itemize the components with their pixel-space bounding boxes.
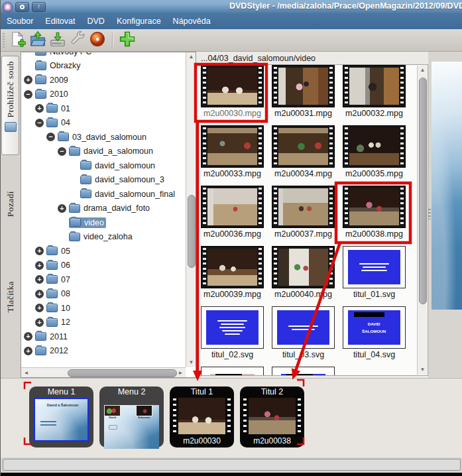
collapse-minus-icon[interactable]: − bbox=[46, 133, 55, 141]
tree-hscroll-thumb[interactable] bbox=[68, 369, 177, 377]
menu-soubor[interactable]: Soubor bbox=[1, 14, 39, 29]
file-thumbnail-m2u00032-mpg[interactable]: m2u00032.mpg bbox=[339, 65, 410, 125]
tree-item-label: 2011 bbox=[50, 332, 68, 341]
scroll-up-arrow-icon[interactable]: ▲ bbox=[418, 66, 428, 75]
tree-item-03-david-salomoun[interactable]: −03_david_salomoun bbox=[21, 130, 186, 145]
tree-item-david-salomoun[interactable]: david_salomoun bbox=[21, 158, 186, 173]
expand-plus-icon[interactable]: + bbox=[24, 347, 32, 355]
scroll-left-arrow-icon[interactable]: ◄ bbox=[21, 368, 31, 378]
tree-item-12[interactable]: +12 bbox=[21, 316, 186, 330]
file-thumbnail-m2u00039-mpg[interactable]: m2u00039.mpg bbox=[197, 246, 268, 306]
tree-item-01[interactable]: +01 bbox=[21, 101, 186, 116]
tree-item-10[interactable]: +10 bbox=[21, 301, 186, 316]
tree-item-2009[interactable]: +2009 bbox=[21, 73, 186, 88]
file-thumbnail-partial[interactable] bbox=[268, 367, 339, 376]
tree-item-04[interactable]: −04 bbox=[21, 116, 186, 131]
file-thumbnail-m2u00030-mpg[interactable]: m2u00030.mpg bbox=[197, 65, 268, 125]
file-name-label: m2u00030.mpg bbox=[203, 109, 261, 118]
file-thumbnail-m2u00035-mpg[interactable]: m2u00035.mpg bbox=[339, 125, 410, 186]
new-project-button[interactable] bbox=[8, 30, 28, 50]
toolbar-grip[interactable] bbox=[3, 33, 5, 48]
titleset-card-titul-1[interactable]: Titul 1m2u00030 bbox=[170, 387, 234, 447]
menu-konfigurace[interactable]: Konfigurace bbox=[111, 14, 167, 29]
file-thumbnail-m2u00036-mpg[interactable]: m2u00036.mpg bbox=[197, 186, 268, 246]
file-thumbnail-m2u00034-mpg[interactable]: m2u00034.mpg bbox=[268, 125, 339, 186]
tree-item-navody-pc[interactable]: Navody PC bbox=[21, 52, 186, 59]
tab-tlacitka[interactable]: Tlačítka bbox=[1, 281, 19, 312]
expand-plus-icon[interactable]: + bbox=[35, 247, 44, 255]
slide-word: ŠALOMOUN bbox=[362, 329, 386, 333]
settings-button[interactable] bbox=[68, 30, 87, 50]
folder-icon bbox=[70, 218, 81, 227]
browser-vertical-scrollbar[interactable]: ▲ ▼ bbox=[417, 66, 427, 375]
burn-button[interactable] bbox=[87, 30, 107, 50]
file-thumbnail-titul-01-svg[interactable]: titul_01.svg bbox=[339, 246, 410, 306]
browser-vscroll-thumb[interactable] bbox=[419, 78, 427, 304]
collapse-minus-icon[interactable]: − bbox=[24, 90, 32, 99]
file-name-label: titul_01.svg bbox=[353, 290, 395, 299]
tree-item-david-salomoun-3[interactable]: david_salomoun_3 bbox=[21, 173, 186, 188]
tree-item-2010[interactable]: −2010 bbox=[21, 88, 186, 102]
video-frame-preview bbox=[349, 128, 399, 165]
file-thumbnail-titul-02-svg[interactable]: titul_02.svg bbox=[197, 306, 268, 367]
scroll-down-arrow-icon[interactable]: ▼ bbox=[186, 358, 196, 367]
file-thumbnail-m2u00033-mpg[interactable]: m2u00033.mpg bbox=[197, 125, 268, 186]
expand-plus-icon[interactable]: + bbox=[35, 104, 44, 113]
clipped-slide-strip bbox=[281, 374, 326, 376]
tree-horizontal-scrollbar[interactable]: ◄ ► bbox=[21, 367, 186, 377]
expand-plus-icon[interactable]: + bbox=[35, 275, 44, 284]
collapse-minus-icon[interactable]: − bbox=[58, 147, 66, 156]
open-project-button[interactable] bbox=[28, 30, 48, 50]
file-thumbnail-partial[interactable] bbox=[197, 367, 268, 376]
tree-item-07[interactable]: +07 bbox=[21, 272, 186, 287]
tree-item-video[interactable]: video bbox=[21, 215, 186, 230]
video-frame-preview bbox=[278, 68, 328, 105]
file-thumbnail-titul-04-svg[interactable]: DAVIDŠALOMOUNtitul_04.svg bbox=[339, 306, 410, 367]
expand-plus-icon[interactable]: + bbox=[24, 332, 32, 341]
maximize-button[interactable]: ↑ bbox=[32, 2, 46, 12]
menu-canvas-preview[interactable] bbox=[432, 62, 462, 310]
tree-item-david-a-salomoun[interactable]: −david_a_salomoun bbox=[21, 145, 186, 159]
collapse-minus-icon[interactable]: − bbox=[35, 119, 44, 127]
scroll-down-arrow-icon[interactable]: ▼ bbox=[418, 365, 428, 375]
add-file-button[interactable] bbox=[117, 30, 137, 50]
tree-item-video-zaloha[interactable]: video_zaloha bbox=[21, 230, 186, 245]
tree-vertical-scrollbar[interactable]: ▲ ▼ bbox=[186, 52, 196, 367]
menu-dvd[interactable]: DVD bbox=[81, 14, 110, 29]
tree-item-06[interactable]: +06 bbox=[21, 259, 186, 273]
tree-item-08[interactable]: +08 bbox=[21, 287, 186, 302]
shade-button[interactable] bbox=[15, 2, 29, 12]
menu-napoveda[interactable]: Nápověda bbox=[167, 14, 217, 29]
titleset-card-menu-2[interactable]: Menu 2DavidŠalomoun bbox=[99, 387, 164, 447]
titlebar[interactable]: ↑ DVDStyler - /media/zaloha/Prace/OpenMa… bbox=[1, 0, 462, 13]
tree-item-2011[interactable]: +2011 bbox=[21, 329, 186, 344]
file-thumbnail-m2u00037-mpg[interactable]: m2u00037.mpg bbox=[268, 186, 339, 246]
tree-item-2012[interactable]: +2012 bbox=[21, 344, 186, 359]
file-thumbnail-titul-03-svg[interactable]: titul_03.svg bbox=[268, 306, 339, 367]
menu-editovat[interactable]: Editovat bbox=[39, 14, 81, 29]
file-thumbnail-m2u00040-mpg[interactable]: m2u00040.mpg bbox=[268, 246, 339, 306]
tree-item-drama-david-foto[interactable]: +drama_david_foto bbox=[21, 202, 186, 216]
expand-plus-icon[interactable]: + bbox=[35, 318, 44, 327]
scroll-right-arrow-icon[interactable]: ► bbox=[176, 368, 186, 378]
titleset-card-titul-2[interactable]: Titul 2m2u00038 bbox=[240, 387, 304, 447]
tab-pozadi[interactable]: Pozadí bbox=[1, 191, 19, 217]
save-project-button[interactable] bbox=[48, 30, 68, 50]
expand-plus-icon[interactable]: + bbox=[24, 76, 32, 84]
titleset-card-menu-1[interactable]: Menu 1David a Šalomoun bbox=[29, 387, 93, 447]
scroll-up-arrow-icon[interactable]: ▲ bbox=[186, 52, 196, 62]
tree-item-05[interactable]: +05 bbox=[21, 244, 186, 259]
expand-plus-icon[interactable]: + bbox=[35, 304, 44, 312]
tree-item-david-salomoun-final[interactable]: david_salomoun_final bbox=[21, 187, 186, 202]
tree-item-obrazky[interactable]: Obrazky bbox=[21, 59, 186, 74]
splitter-handle[interactable] bbox=[428, 209, 431, 219]
file-thumbnail-m2u00031-mpg[interactable]: m2u00031.mpg bbox=[268, 65, 339, 125]
filmstrip-thumbnail bbox=[343, 125, 406, 168]
expand-plus-icon[interactable]: + bbox=[58, 204, 66, 213]
tree-vscroll-thumb[interactable] bbox=[188, 195, 196, 268]
tab-prohlizec-soub[interactable]: Prohlížeč soub bbox=[1, 56, 19, 155]
window-bottom-edge bbox=[1, 473, 462, 476]
file-thumbnail-m2u00038-mpg[interactable]: m2u00038.mpg bbox=[339, 186, 410, 246]
expand-plus-icon[interactable]: + bbox=[35, 261, 44, 270]
expand-plus-icon[interactable]: + bbox=[35, 290, 44, 298]
